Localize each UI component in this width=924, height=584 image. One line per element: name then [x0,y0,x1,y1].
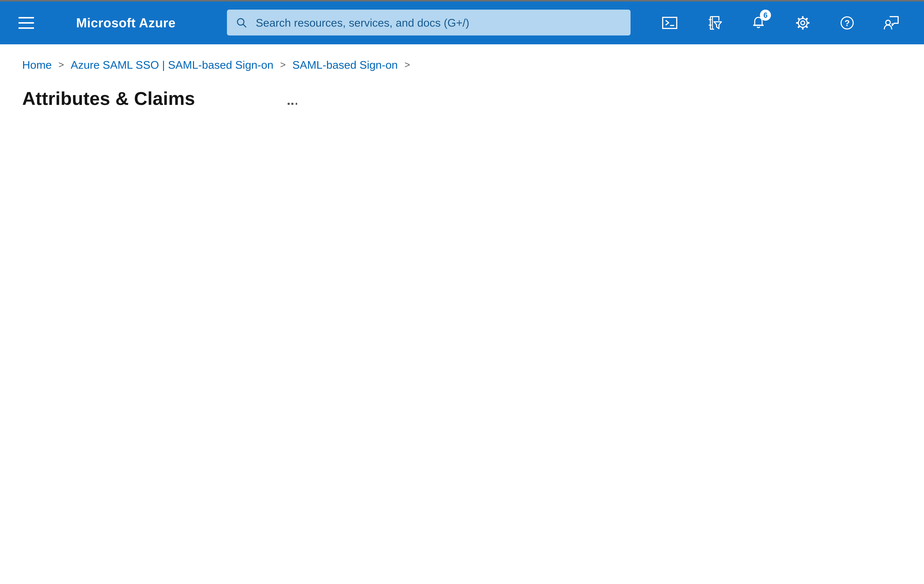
breadcrumb-sso-link[interactable]: Azure SAML SSO | SAML-based Sign-on [71,58,273,71]
breadcrumb: Home > Azure SAML SSO | SAML-based Sign-… [22,58,417,71]
breadcrumb-separator: > [280,59,286,70]
page-title: Attributes & Claims [22,88,195,109]
hamburger-menu-icon[interactable] [18,17,34,29]
search-input[interactable] [254,15,622,30]
top-navigation-bar: Microsoft Azure [0,2,924,44]
search-icon [236,16,248,28]
brand-title: Microsoft Azure [76,2,176,44]
directory-subscription-filter-icon[interactable] [705,14,723,32]
title-context-menu-button[interactable] [287,103,300,105]
help-icon[interactable]: ? [838,14,856,32]
breadcrumb-saml-signon-link[interactable]: SAML-based Sign-on [292,58,398,71]
topbar-icon-group: 6 ? [661,2,924,44]
svg-text:?: ? [845,18,850,28]
settings-gear-icon[interactable] [794,14,812,32]
breadcrumb-separator: > [58,59,64,70]
breadcrumb-home-link[interactable]: Home [22,58,52,71]
notifications-bell-icon[interactable]: 6 [749,14,767,32]
global-search[interactable] [227,10,630,35]
breadcrumb-separator: > [404,59,410,70]
feedback-icon[interactable] [883,14,900,32]
notification-count-badge: 6 [760,10,771,21]
cloud-shell-icon[interactable] [661,14,678,32]
window-top-edge [0,0,924,2]
azure-portal-page: Microsoft Azure [0,0,924,146]
